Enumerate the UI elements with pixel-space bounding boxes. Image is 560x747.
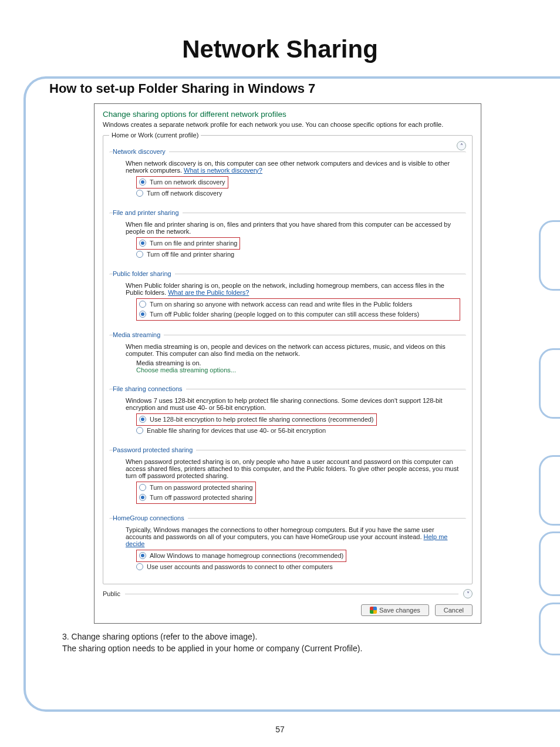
radio-icon [139,484,146,491]
radio-label: Use 128-bit encryption to help protect f… [150,415,374,424]
radio-40-56bit[interactable]: Enable file sharing for devices that use… [136,426,460,436]
link-what-are-public-folders[interactable]: What are the Public folders? [168,289,249,296]
highlight-box: Turn on network discovery [136,176,228,189]
group-homegroup-connections: HomeGroup connections Typically, Windows… [109,514,466,577]
windows-dialog: Change sharing options for different net… [94,103,481,624]
desc-text: Typically, Windows manages the connectio… [126,526,434,540]
radio-icon [136,251,143,258]
shield-icon [370,607,377,614]
save-changes-button[interactable]: Save changes [361,604,429,616]
group-password-protected-sharing: Password protected sharing When password… [109,446,466,509]
group-legend: HomeGroup connections [113,514,188,521]
radio-128bit[interactable]: Use 128-bit encryption to help protect f… [139,415,374,425]
section-heading: How to set-up Folder Sharing in Windows … [49,81,525,96]
page-title: Network Sharing [35,35,525,63]
highlight-box: Allow Windows to manage homegroup connec… [136,550,346,562]
group-file-printer-sharing: File and printer sharing When file and p… [109,209,466,264]
radio-icon [139,494,146,501]
radio-icon [139,416,146,423]
radio-file-printer-on[interactable]: Turn on file and printer sharing [139,238,237,248]
page-number: 57 [0,725,560,734]
group-legend: Password protected sharing [113,446,196,453]
radio-label: Allow Windows to manage homegroup connec… [150,551,343,560]
group-desc: When file and printer sharing is on, fil… [126,221,460,235]
radio-icon [136,427,143,434]
radio-label: Enable file sharing for devices that use… [147,426,326,435]
group-public-folder-sharing: Public folder sharing When Public folder… [109,270,466,325]
radio-network-discovery-off[interactable]: Turn off network discovery [136,189,460,198]
highlight-box: Use 128-bit encryption to help protect f… [136,413,377,426]
radio-homegroup-user-accounts[interactable]: Use user accounts and passwords to conne… [136,562,460,572]
radio-icon [139,179,146,186]
group-desc: When password protected sharing is on, o… [126,458,460,479]
side-tab [539,455,560,526]
radio-password-off[interactable]: Turn off password protected sharing [139,493,253,503]
group-legend: Media streaming [113,331,164,338]
radio-icon [139,240,146,247]
radio-icon [136,190,143,197]
radio-label: Turn off network discovery [147,189,222,198]
group-desc: When network discovery is on, this compu… [126,160,460,174]
profile-public[interactable]: Public ˅ [103,589,473,598]
highlight-box: Turn on password protected sharing Turn … [136,482,256,504]
desc-text: When network discovery is on, this compu… [126,160,450,174]
group-desc: When Public folder sharing is on, people… [126,282,460,296]
group-legend: File sharing connections [113,385,186,392]
side-tab [539,603,560,655]
dialog-subtitle: Windows creates a separate network profi… [103,121,473,128]
radio-icon [139,311,146,318]
group-media-streaming: Media streaming When media streaming is … [109,331,466,379]
profile-label: Home or Work (current profile) [109,132,201,139]
radio-label: Turn off Public folder sharing (people l… [150,310,419,319]
group-network-discovery: Network discovery When network discovery… [109,148,466,203]
button-label: Save changes [379,607,420,614]
profile-public-label: Public [103,590,120,597]
step-3-text: 3. Change sharing options (refer to the … [62,632,525,641]
side-tab [539,531,560,596]
radio-label: Turn on network discovery [150,178,225,187]
radio-label: Turn off file and printer sharing [147,250,234,259]
radio-public-folder-off[interactable]: Turn off Public folder sharing (people l… [139,309,457,319]
group-desc: Typically, Windows manages the connectio… [126,526,460,547]
highlight-box: Turn on sharing so anyone with network a… [136,298,460,321]
link-media-options[interactable]: Choose media streaming options... [136,366,236,374]
cancel-button[interactable]: Cancel [435,604,473,616]
radio-password-on[interactable]: Turn on password protected sharing [139,483,253,493]
button-label: Cancel [444,607,464,614]
group-desc: Windows 7 uses 128-bit encryption to hel… [126,397,460,411]
radio-icon [139,552,146,559]
radio-label: Turn on password protected sharing [150,483,253,492]
side-tab [539,348,560,419]
radio-icon [139,301,146,308]
group-legend: Network discovery [113,148,169,155]
radio-file-printer-off[interactable]: Turn off file and printer sharing [136,250,460,260]
radio-label: Turn off password protected sharing [150,493,252,502]
media-status: Media streaming is on. [136,359,460,366]
highlight-box: Turn on file and printer sharing [136,237,240,250]
link-what-is-network-discovery[interactable]: What is network discovery? [184,167,262,174]
radio-homegroup-windows[interactable]: Allow Windows to manage homegroup connec… [139,551,343,561]
expand-icon[interactable]: ˅ [463,589,473,598]
profile-home-work: Home or Work (current profile) ˄ Network… [103,132,473,584]
dialog-title: Change sharing options for different net… [103,110,473,119]
group-legend: File and printer sharing [113,209,183,216]
group-desc: When media streaming is on, people and d… [126,343,460,357]
radio-network-discovery-on[interactable]: Turn on network discovery [139,177,225,187]
radio-label: Turn on file and printer sharing [150,239,237,248]
radio-label: Turn on sharing so anyone with network a… [150,300,412,309]
divider [125,594,458,594]
side-tab [539,220,560,291]
radio-public-folder-on[interactable]: Turn on sharing so anyone with network a… [139,300,457,309]
group-legend: Public folder sharing [113,270,175,277]
radio-icon [136,563,143,570]
group-file-sharing-connections: File sharing connections Windows 7 uses … [109,385,466,440]
step-3-subtext: The sharing option needs to be applied i… [62,644,525,653]
radio-label: Use user accounts and passwords to conne… [147,563,333,571]
